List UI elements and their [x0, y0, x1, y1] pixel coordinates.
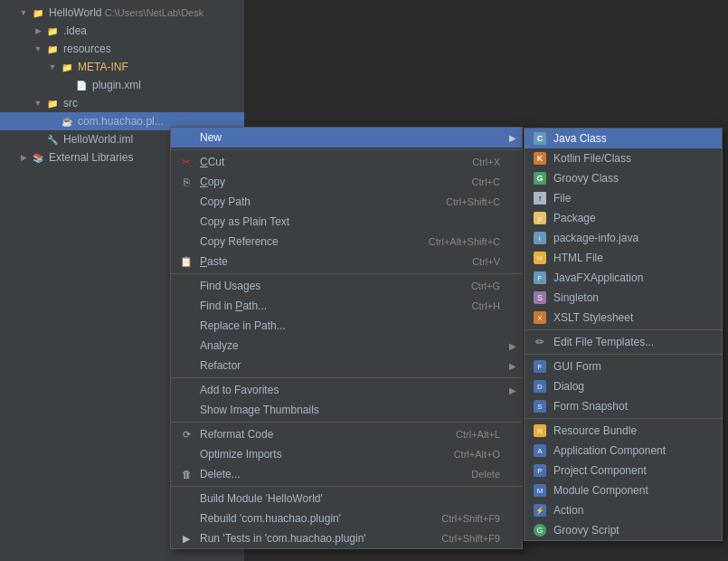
tree-label: External Libraries: [49, 151, 133, 164]
menu-item-find-in-path[interactable]: Find in Path... Ctrl+H: [171, 296, 522, 316]
submenu-label: Edit File Templates...: [553, 336, 654, 348]
copy-path-icon: [178, 195, 194, 209]
optimize-icon: [178, 447, 194, 461]
xml-icon: 📄: [74, 78, 89, 92]
shortcut: Ctrl+V: [472, 256, 500, 267]
menu-label: Reformat Code: [200, 428, 441, 441]
menu-label: Copy as Plain Text: [200, 215, 500, 228]
expand-arrow: ▼: [33, 98, 43, 109]
menu-label: Rebuild 'com.huachao.plugin': [200, 512, 427, 525]
menu-item-copy-reference[interactable]: Copy Reference Ctrl+Alt+Shift+C: [171, 232, 522, 252]
submenu-item-java-class[interactable]: C Java Class: [525, 128, 722, 148]
menu-label: Refactor: [200, 359, 500, 372]
submenu-item-package[interactable]: p Package: [525, 208, 722, 228]
form-snapshot-icon: S: [532, 399, 548, 414]
menu-item-find-usages[interactable]: Find Usages Ctrl+G: [171, 276, 522, 296]
tree-item-helloworld[interactable]: ▼ 📁 HelloWorld C:\Users\NetLab\Desk: [0, 4, 244, 22]
folder-icon: 📁: [31, 5, 45, 20]
submenu-item-gui-form[interactable]: F GUI Form: [525, 357, 722, 376]
menu-label: Copy: [200, 176, 458, 188]
submenu-item-project-component[interactable]: P Project Component: [525, 461, 722, 480]
submenu-label: GUI Form: [553, 360, 601, 373]
menu-item-show-thumbnails[interactable]: Show Image Thumbnails: [171, 400, 522, 420]
tree-label: plugin.xml: [92, 79, 141, 91]
tree-label: resources: [63, 43, 111, 55]
menu-item-copy-plain[interactable]: Copy as Plain Text: [171, 212, 522, 232]
menu-item-build-module[interactable]: Build Module 'HelloWorld': [171, 489, 522, 509]
menu-label: Find in Path...: [200, 300, 458, 312]
submenu-separator-3: [525, 418, 722, 419]
submenu-item-action[interactable]: ⚡ Action: [525, 500, 722, 520]
menu-item-copy[interactable]: ⎘ Copy Ctrl+C: [171, 172, 522, 192]
submenu-separator-1: [525, 329, 722, 330]
submenu-label: Groovy Class: [553, 172, 619, 185]
dialog-icon: D: [532, 379, 548, 394]
submenu-item-singleton[interactable]: S Singleton: [525, 288, 722, 308]
tree-item-resources[interactable]: ▼ 📁 resources: [0, 40, 244, 58]
tree-label: META-INF: [78, 61, 128, 73]
menu-item-optimize-imports[interactable]: Optimize Imports Ctrl+Alt+O: [171, 444, 522, 464]
context-menu: New ▶ C Java Class K Kotlin File/Class G…: [170, 127, 523, 549]
submenu-item-resource-bundle[interactable]: R Resource Bundle: [525, 421, 722, 441]
submenu-item-kotlin[interactable]: K Kotlin File/Class: [525, 148, 722, 168]
javafx-icon: F: [532, 271, 548, 285]
menu-item-analyze[interactable]: Analyze ▶: [171, 336, 522, 356]
menu-item-paste[interactable]: 📋 Paste Ctrl+V: [171, 252, 522, 271]
menu-item-reformat[interactable]: ⟳ Reformat Code Ctrl+Alt+L: [171, 424, 522, 444]
submenu-item-xslt[interactable]: X XSLT Stylesheet: [525, 308, 722, 328]
expand-arrow: ▼: [18, 7, 29, 18]
submenu-item-html[interactable]: H HTML File: [525, 248, 722, 268]
menu-item-add-favorites[interactable]: Add to Favorites ▶: [171, 380, 522, 400]
menu-item-rebuild[interactable]: Rebuild 'com.huachao.plugin' Ctrl+Shift+…: [171, 509, 522, 528]
submenu-label: Form Snapshot: [553, 400, 628, 413]
submenu-new: C Java Class K Kotlin File/Class G Groov…: [524, 128, 723, 541]
java-icon: ☕: [60, 114, 74, 128]
tree-item-idea[interactable]: ▶ 📁 .idea: [0, 22, 244, 40]
iml-icon: 🔧: [45, 132, 60, 147]
tree-label: HelloWorld C:\Users\NetLab\Desk: [49, 6, 203, 19]
submenu-label: Action: [553, 504, 583, 517]
menu-label: Add to Favorites: [200, 384, 500, 396]
menu-item-delete[interactable]: 🗑 Delete... Delete: [171, 464, 522, 484]
menu-item-run[interactable]: ▶ Run 'Tests in 'com.huachao.plugin' Ctr…: [171, 528, 522, 548]
submenu-item-groovy-class[interactable]: G Groovy Class: [525, 168, 722, 188]
tree-item-pluginxml[interactable]: ▶ 📄 plugin.xml: [0, 76, 244, 94]
tree-item-src[interactable]: ▼ 📁 src: [0, 94, 244, 112]
menu-item-refactor[interactable]: Refactor ▶: [171, 356, 522, 376]
submenu-item-file[interactable]: f File: [525, 188, 722, 208]
groovy-script-icon: G: [532, 523, 548, 537]
submenu-label: Dialog: [553, 380, 584, 393]
folder-icon: 📁: [45, 96, 60, 110]
tree-item-metainf[interactable]: ▼ 📁 META-INF: [0, 58, 244, 76]
analyze-icon: [178, 338, 194, 353]
shortcut: Ctrl+X: [472, 157, 500, 167]
submenu-label: Resource Bundle: [553, 424, 637, 437]
find-usages-icon: [178, 279, 194, 293]
submenu-item-dialog[interactable]: D Dialog: [525, 376, 722, 396]
shortcut: Ctrl+Shift+F9: [441, 513, 500, 524]
delete-icon: 🗑: [178, 467, 194, 481]
tree-label: com.huachao.pl...: [78, 115, 164, 128]
menu-item-copy-path[interactable]: Copy Path Ctrl+Shift+C: [171, 192, 522, 212]
new-icon: [178, 130, 194, 145]
menu-item-new[interactable]: New ▶ C Java Class K Kotlin File/Class G…: [171, 128, 522, 147]
build-icon: [178, 491, 194, 506]
menu-item-cut[interactable]: ✂ CCut Ctrl+X: [171, 152, 522, 172]
package-icon: p: [532, 211, 548, 225]
shortcut: Ctrl+Shift+C: [446, 196, 500, 207]
menu-separator-4: [171, 422, 522, 423]
submenu-item-groovy-script[interactable]: G Groovy Script: [525, 520, 722, 540]
submenu-item-app-component[interactable]: A Application Component: [525, 441, 722, 461]
submenu-item-package-info[interactable]: i package-info.java: [525, 228, 722, 248]
submenu-item-javafx[interactable]: F JavaFXApplication: [525, 268, 722, 288]
shortcut: Ctrl+H: [472, 300, 500, 311]
menu-label: Delete...: [200, 468, 457, 480]
submenu-item-module-component[interactable]: M Module Component: [525, 480, 722, 500]
submenu-item-form-snapshot[interactable]: S Form Snapshot: [525, 396, 722, 416]
module-component-icon: M: [532, 483, 548, 498]
singleton-icon: S: [532, 290, 548, 305]
submenu-item-edit-templates[interactable]: ✏ Edit File Templates...: [525, 332, 722, 352]
submenu-label: JavaFXApplication: [553, 271, 643, 284]
submenu-label: Project Component: [553, 464, 647, 477]
menu-item-replace-in-path[interactable]: Replace in Path...: [171, 316, 522, 336]
